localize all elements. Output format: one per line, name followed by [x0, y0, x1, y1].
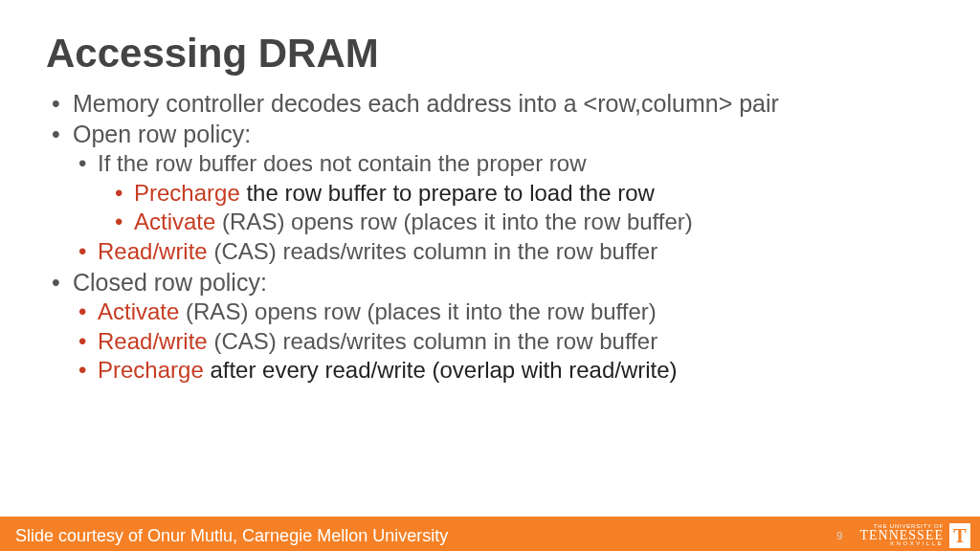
bullet-text: the row buffer to prepare to load the ro… [240, 180, 655, 206]
keyword-activate: Activate [98, 298, 179, 324]
bullet-text: (CAS) reads/writes column in the row buf… [208, 328, 657, 354]
bullet-l1: Open row policy: [46, 119, 934, 149]
bullet-l2: Precharge after every read/write (overla… [75, 356, 934, 386]
bullet-l2: Read/write (CAS) reads/writes column in … [75, 327, 934, 357]
bullet-l3: Activate (RAS) opens row (places it into… [111, 208, 934, 237]
university-logo: THE UNIVERSITY OF TENNESSEE KNOXVILLE T [859, 523, 980, 548]
bullet-l3: Precharge the row buffer to prepare to l… [111, 179, 934, 209]
bullet-text: (RAS) opens row (places it into the row … [179, 298, 656, 324]
bullet-list: Memory controller decodes each address i… [46, 88, 934, 386]
page-number: 9 [836, 530, 859, 541]
logo-t-icon: T [949, 523, 970, 548]
slide-footer: Slide courtesy of Onur Mutlu, Carnegie M… [0, 518, 980, 551]
bullet-l2: If the row buffer does not contain the p… [75, 149, 934, 179]
bullet-text: after every read/write (overlap with rea… [204, 357, 678, 383]
keyword-readwrite: Read/write [98, 328, 208, 354]
bullet-l1: Memory controller decodes each address i… [46, 88, 934, 119]
keyword-precharge: Precharge [134, 180, 240, 206]
keyword-activate: Activate [134, 209, 215, 234]
bullet-l2: Read/write (CAS) reads/writes column in … [75, 237, 934, 267]
slide-title: Accessing DRAM [46, 31, 934, 77]
bullet-text: (CAS) reads/writes column in the row buf… [208, 238, 657, 264]
footer-credit: Slide courtesy of Onur Mutlu, Carnegie M… [0, 526, 836, 546]
keyword-precharge: Precharge [98, 357, 204, 383]
bullet-l2: Activate (RAS) opens row (places it into… [75, 298, 934, 327]
keyword-readwrite: Read/write [98, 238, 208, 264]
bullet-text: (RAS) opens row (places it into the row … [215, 209, 692, 234]
logo-line-bot: KNOXVILLE [890, 541, 944, 546]
bullet-l1: Closed row policy: [46, 267, 934, 298]
